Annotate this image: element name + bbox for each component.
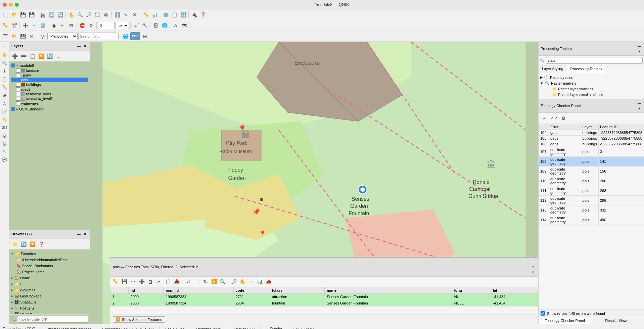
active-layer-btn[interactable]: ◎	[39, 32, 47, 40]
layer-item-tasmania2[interactable]: tasmania_level2	[11, 96, 88, 101]
feature-table-content[interactable]: fid osm_id code fclass name long lat 1	[110, 287, 538, 315]
processing-header-controls[interactable]: — ✕	[637, 43, 642, 54]
ft-search-btn[interactable]: 🔍	[219, 278, 227, 286]
browser-item-favorites[interactable]: ▼ ⭐ Favorites	[11, 251, 88, 257]
table-row[interactable]: 2 2008 1990587334 2904 fountain Senses G…	[110, 300, 538, 307]
layer-group-module8-header[interactable]: ▼ module8	[11, 63, 88, 68]
nav-close-btn[interactable]: ✕	[28, 32, 36, 40]
ft-col-header-fclass[interactable]: fclass	[270, 287, 325, 294]
ft-paste-btn[interactable]: 📥	[173, 278, 181, 286]
layer-item-roads[interactable]: roads	[11, 87, 88, 92]
tab-layer-styling[interactable]: Layer Styling	[539, 65, 567, 73]
nav-save-btn[interactable]: 💾	[19, 32, 27, 40]
topology-col-feature-id[interactable]: Feature ID	[598, 124, 644, 130]
table-row[interactable]: 107 duplicate geometry pois 31	[539, 147, 644, 157]
minimize-button[interactable]	[9, 3, 13, 7]
label-btn[interactable]: A	[172, 21, 180, 30]
ft-col-header-osm-id[interactable]: osm_id	[164, 287, 233, 294]
dig-btn[interactable]: ⛏	[1, 148, 8, 155]
snapping-btn[interactable]: 🧲	[78, 21, 86, 30]
processing-recently-used[interactable]: ▶ 🕐 Recently used	[540, 75, 643, 80]
select-button[interactable]: ↖	[122, 11, 130, 19]
processing-raster-analysis[interactable]: ▼ 🔍 Raster analysis	[540, 80, 643, 86]
browser-collapse-btn[interactable]: ❓	[37, 240, 45, 248]
ft-col-header-fid[interactable]: fid	[128, 287, 164, 294]
browser-filter-btn[interactable]: 🔽	[28, 240, 36, 248]
annotate-btn[interactable]: 📝	[1, 108, 8, 115]
zoom-full-button[interactable]: ⛶	[93, 11, 101, 19]
pofw-checkbox[interactable]	[16, 73, 20, 77]
browser-minimize-btn[interactable]: —	[76, 231, 82, 237]
measure-button[interactable]: 📏	[142, 11, 150, 19]
help-button[interactable]: ❓	[199, 11, 207, 19]
redo-button[interactable]: ↪️	[56, 11, 64, 19]
close-button[interactable]	[3, 3, 7, 7]
table-row[interactable]: 104 gaps buildings -92233720368854775808	[539, 130, 644, 136]
advanced-digitize-btn[interactable]: 🔧	[141, 21, 149, 30]
gps-btn[interactable]: 📡	[1, 140, 8, 147]
browser-add-btn[interactable]: ⭐	[11, 240, 19, 248]
osm-group-header[interactable]: ▶ OSM Standard	[11, 106, 88, 112]
roads-checkbox[interactable]	[16, 87, 20, 91]
ft-deselect-btn[interactable]: ☐	[192, 278, 200, 286]
browser-item-volumes[interactable]: ▶ 📁 /Volumes	[11, 287, 88, 293]
topology-minimize-btn[interactable]: —	[637, 100, 642, 106]
layer-item-waterways[interactable]: waterways	[11, 101, 88, 106]
module8-checkbox[interactable]	[11, 63, 15, 67]
browser-refresh-btn[interactable]: 🔄	[19, 240, 28, 248]
table-row[interactable]: 112 duplicate geometry pois 296	[539, 196, 644, 205]
edc-badge-btn[interactable]: EDC	[130, 32, 140, 40]
layer-props-button[interactable]: ⚙️	[162, 11, 170, 19]
browser-item-postgis[interactable]: ▶ 🐘 PostGIS	[11, 305, 88, 311]
offset-unit-select[interactable]: px	[116, 22, 129, 29]
window-controls[interactable]	[3, 3, 19, 7]
ft-undo-btn[interactable]: ↩	[129, 278, 137, 286]
save-as-button[interactable]: 💾	[28, 11, 36, 19]
topology-tab-results[interactable]: Results Viewer	[591, 317, 644, 324]
browser-panel-controls[interactable]: — ✕	[76, 231, 88, 237]
table-row[interactable]: 106 gaps buildings -92233720368854775808	[539, 141, 644, 147]
feature-table-maximize-btn[interactable]: □	[530, 264, 536, 270]
browser-locate-input[interactable]	[17, 316, 88, 323]
topology-close-btn[interactable]: ✕	[637, 106, 642, 111]
chart-btn[interactable]: 📊	[1, 132, 8, 139]
share-btn[interactable]: ⊞	[141, 32, 149, 40]
browser-item-spatial-bookmarks[interactable]: 🔖 Spatial Bookmarks	[11, 263, 88, 269]
ft-col-header-name[interactable]: name	[325, 287, 452, 294]
refresh-btn[interactable]: 🔄	[46, 52, 54, 60]
ft-stats-btn[interactable]: 📊	[256, 278, 264, 286]
ft-select-all-btn[interactable]: ☑	[184, 278, 192, 286]
zoom-tool-btn[interactable]: 🔍	[1, 59, 8, 67]
ft-save-btn[interactable]: 💾	[120, 278, 128, 286]
topology-settings-btn[interactable]: ⚙	[559, 114, 567, 122]
map-container[interactable]: 🏛 Enclosure City Park Radio Museum Poppy…	[90, 42, 538, 324]
open-button[interactable]: 📂	[10, 11, 18, 19]
browser-close-btn[interactable]: ✕	[82, 231, 88, 237]
zoom-in-button[interactable]: 🔍	[76, 11, 84, 19]
status-locate[interactable]: Type to locate (⌘K)	[3, 327, 35, 329]
pois-checkbox[interactable]	[16, 78, 20, 82]
print-button[interactable]: 🖨️	[39, 11, 47, 19]
browser-item-user-folder[interactable]: 📁 /Users/codrinamarialie/Dest	[11, 257, 88, 263]
layers-panel-controls[interactable]: — ✕	[76, 43, 88, 49]
db-manager-btn[interactable]: 🗄	[152, 21, 160, 30]
new-project-button[interactable]: 📄	[1, 11, 9, 19]
topology-table[interactable]: Error Layer Feature ID 104 gaps building…	[539, 124, 644, 310]
topology-col-layer[interactable]: Layer	[581, 124, 598, 130]
browser-btn[interactable]: 🌐	[160, 21, 169, 30]
ft-zoom-btn[interactable]: 🔎	[230, 278, 238, 286]
processing-search-input[interactable]	[546, 57, 643, 64]
table-row[interactable]: 114 duplicate geometry pois 490	[539, 215, 644, 225]
open-attr-btn[interactable]: 📋	[28, 52, 36, 60]
filter-btn[interactable]: 🔽	[37, 52, 45, 60]
layers-minimize-btn[interactable]: —	[76, 43, 82, 49]
identify-tool-btn[interactable]: ℹ	[1, 67, 8, 75]
ft-export-btn[interactable]: 📤	[265, 278, 273, 286]
zoom-selection-button[interactable]: ◎	[102, 11, 110, 19]
plugins-button[interactable]: 🔌	[190, 11, 198, 19]
table-row[interactable]: 108 duplicate geometry pois 141	[539, 157, 644, 167]
browser-item-root[interactable]: ▶ 📁 /	[11, 281, 88, 287]
buildings-checkbox[interactable]	[16, 83, 20, 87]
status-rotation[interactable]: Rotation 0,0 °	[233, 327, 255, 329]
maximize-button[interactable]	[15, 3, 19, 7]
